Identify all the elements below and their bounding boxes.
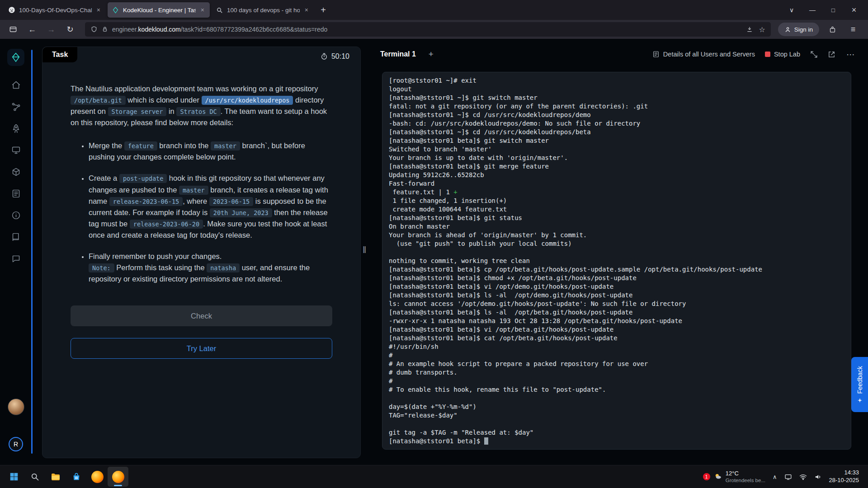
taskbar-search-icon[interactable]	[24, 467, 45, 487]
docs-icon[interactable]	[7, 228, 25, 246]
terminal-line: Fast-forward	[389, 179, 844, 188]
try-later-button[interactable]: Try Later	[71, 338, 332, 359]
learning-path-icon[interactable]	[7, 98, 25, 116]
close-button[interactable]: ×	[844, 1, 864, 19]
package-icon[interactable]	[7, 163, 25, 181]
feedback-tab[interactable]: Feedback	[851, 357, 868, 412]
menu-icon[interactable]: ≡	[845, 22, 861, 37]
save-page-icon[interactable]	[746, 26, 753, 33]
tab-close-icon[interactable]: ×	[199, 6, 206, 14]
url-text: engineer.kodekloud.com/task?id=680787723…	[112, 26, 742, 33]
browser-tab-kodekloud[interactable]: KodeKloud - Engineer | Task ×	[108, 2, 210, 18]
terminal-line: nothing to commit, working tree clean	[389, 257, 844, 265]
display-icon[interactable]	[784, 473, 792, 481]
terminal-line: [natasha@ststor01 beta]$ git merge featu…	[389, 162, 844, 171]
maximize-button[interactable]: □	[823, 1, 844, 19]
expand-icon[interactable]	[810, 51, 818, 58]
minimize-button[interactable]: —	[802, 1, 823, 19]
code-chip: natasha	[207, 263, 240, 272]
terminal-panel: Terminal 1 + Details of all Users and Se…	[377, 47, 856, 458]
new-tab-button[interactable]: +	[316, 2, 331, 18]
taskbar: 1 12°C Grotendeels be... ∧ 14:33	[0, 465, 868, 488]
firefox-active-window[interactable]	[108, 467, 128, 487]
rocket-icon[interactable]	[7, 119, 25, 137]
terminal-line: #	[389, 351, 844, 360]
tab-close-icon[interactable]: ×	[95, 6, 102, 14]
terminal-line	[389, 420, 844, 428]
task-list: Merge the feature branch into the master…	[71, 140, 332, 285]
chat-icon[interactable]	[7, 249, 25, 267]
extensions-icon[interactable]	[825, 22, 840, 37]
start-button[interactable]	[4, 467, 24, 487]
panel-resize-handle[interactable]: ‖	[363, 245, 367, 255]
address-bar[interactable]: engineer.kodekloud.com/task?id=680787723…	[85, 22, 771, 37]
lock-icon[interactable]	[102, 26, 108, 33]
firefox-view-icon[interactable]	[5, 22, 21, 37]
labs-icon[interactable]	[7, 141, 25, 159]
terminal-line: [natasha@ststor01 beta]$ git switch mast…	[389, 136, 844, 145]
date: 28-10-2025	[829, 477, 859, 484]
info-icon[interactable]	[7, 206, 25, 224]
tab-list-dropdown-icon[interactable]: ∨	[781, 1, 802, 19]
workspace-accent-line	[31, 50, 33, 454]
open-external-icon[interactable]	[828, 51, 835, 58]
code-chip: release-2023-06-15	[109, 197, 183, 206]
profile-badge[interactable]: R	[9, 437, 23, 451]
kodekloud-logo[interactable]	[7, 49, 24, 66]
file-explorer-icon[interactable]	[45, 467, 66, 487]
terminal-line: Your branch is ahead of 'origin/master' …	[389, 231, 844, 239]
details-users-servers-button[interactable]: Details of all Users and Servers	[652, 51, 755, 58]
code-chip: /opt/beta.git	[71, 96, 126, 105]
stop-icon	[765, 52, 770, 57]
notification-badge: 1	[703, 473, 710, 480]
score-icon[interactable]	[7, 184, 25, 202]
terminal-line: [natasha@ststor01 ~]$ cd /usr/src/kodekl…	[389, 128, 844, 136]
taskbar-clock[interactable]: 14:33 28-10-2025	[829, 469, 859, 484]
new-terminal-button[interactable]: +	[429, 49, 434, 59]
browser-tab-search[interactable]: 100 days of devops - git hook p ×	[212, 2, 314, 18]
terminal-line: [natasha@ststor01 beta]$ chmod +x /opt/b…	[389, 274, 844, 282]
task-bullet: Create a post-update hook in this git re…	[89, 173, 332, 240]
terminal-line: #!/usr/bin/sh	[389, 343, 844, 351]
network-icon[interactable]	[799, 473, 807, 481]
tab-title: 100-Days-Of-DevOps-Challeng	[19, 7, 92, 14]
task-intro: The Nautilus application development tea…	[71, 83, 332, 128]
shield-icon[interactable]	[90, 26, 98, 33]
home-icon[interactable]	[7, 76, 25, 94]
code-chip: post-update	[119, 174, 167, 183]
terminal-output[interactable]: [root@ststor01 ~]# exitlogout[natasha@st…	[382, 72, 851, 450]
task-timer: 50:10	[321, 52, 349, 61]
task-bullet: Merge the feature branch into the master…	[89, 140, 332, 163]
back-button[interactable]: ←	[24, 22, 40, 37]
code-chip: 20th June, 2023	[210, 208, 272, 217]
microsoft-store-icon[interactable]	[66, 467, 87, 487]
code-chip: feature	[124, 141, 157, 150]
terminal-line: feature.txt | 1 +	[389, 188, 844, 197]
firefox-icon[interactable]	[87, 467, 108, 487]
terminal-line: logout	[389, 85, 844, 94]
terminal-line: (use "git push" to publish your local co…	[389, 239, 844, 248]
terminal-line: -rwxr-xr-x 1 natasha natasha 193 Oct 28 …	[389, 317, 844, 325]
more-options-icon[interactable]: ⋯	[845, 49, 856, 60]
tray-chevron-icon[interactable]: ∧	[773, 474, 777, 480]
volume-icon[interactable]	[814, 473, 822, 481]
bookmark-star-icon[interactable]: ☆	[759, 25, 765, 34]
weather-widget[interactable]: 1 12°C Grotendeels be...	[703, 470, 765, 484]
terminal-line: TAG="release-$day"	[389, 411, 844, 420]
tab-title: 100 days of devops - git hook p	[227, 7, 300, 14]
terminal-tab[interactable]: Terminal 1	[377, 50, 418, 58]
terminal-line: [natasha@ststor01 beta]$ ls -al /opt/dem…	[389, 291, 844, 300]
browser-tab-github[interactable]: 100-Days-Of-DevOps-Challeng ×	[4, 2, 106, 18]
tab-close-icon[interactable]: ×	[303, 6, 310, 14]
stop-lab-button[interactable]: Stop Lab	[765, 51, 800, 58]
forward-button[interactable]: →	[43, 22, 59, 37]
terminal-line: [natasha@ststor01 beta]$ git status	[389, 214, 844, 222]
code-chip: Note:	[89, 263, 114, 272]
check-button[interactable]: Check	[71, 305, 332, 326]
sign-in-button[interactable]: Sign in	[778, 23, 819, 36]
reload-button[interactable]: ↻	[62, 22, 78, 37]
terminal-line: [natasha@ststor01 beta]$ ls -al /opt/bet…	[389, 308, 844, 317]
code-chip: release-2023-06-20	[130, 220, 203, 229]
user-avatar[interactable]	[8, 399, 24, 415]
terminal-line: #	[389, 377, 844, 385]
